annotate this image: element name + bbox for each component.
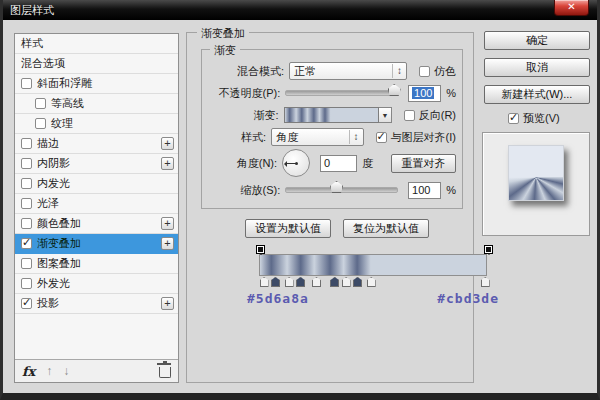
gradient-editor-annotation: #5d6a8a #cbd3de [259,254,487,306]
dropdown-arrows-icon: ↕ [392,64,402,78]
opacity-unit: % [446,87,456,99]
sidebar-item-10[interactable]: 渐变叠加+ [15,234,178,254]
duplicate-effect-plus-button[interactable]: + [161,157,174,170]
scale-slider[interactable] [285,187,398,193]
dither-checkbox[interactable] [419,66,430,77]
effect-checkbox[interactable] [21,238,32,249]
opacity-slider[interactable] [285,90,398,96]
scale-label: 缩放(S): [208,183,280,198]
angle-input[interactable]: 0 [320,155,357,172]
scale-value: 100 [412,184,430,196]
preview-checkbox[interactable] [508,113,519,124]
duplicate-effect-plus-button[interactable]: + [161,137,174,150]
style-row: 样式: 角度 ↕ 与图层对齐(I) [202,126,462,148]
opacity-slider-thumb[interactable] [388,84,401,96]
align-with-layer-checkbox[interactable] [376,132,387,143]
sidebar-item-2[interactable]: 斜面和浮雕 [15,74,178,94]
effect-checkbox[interactable] [35,98,46,109]
sidebar-item-label: 外发光 [37,276,70,291]
effect-checkbox[interactable] [21,78,32,89]
scale-input[interactable]: 100 [408,182,441,199]
sidebar-item-label: 光泽 [37,196,59,211]
sidebar-item-4[interactable]: 纹理 [15,114,178,134]
gradient-swatch[interactable] [284,107,380,123]
gradient-style-select[interactable]: 角度 ↕ [271,128,363,146]
action-column: 确定 取消 新建样式(W)... 预览(V) [482,31,592,383]
move-up-icon[interactable]: ↑ [46,364,52,378]
reverse-label: 反向(R) [419,108,456,123]
make-default-button[interactable]: 设置为默认值 [245,219,331,238]
gradient-bar[interactable] [259,254,487,276]
reset-alignment-button[interactable]: 重置对齐 [391,154,456,173]
effect-checkbox[interactable] [21,258,32,269]
dialog-title: 图层样式 [3,3,54,18]
color-stop[interactable] [296,277,305,287]
ok-button[interactable]: 确定 [484,31,590,50]
preview-panel [482,132,590,236]
delete-effect-icon[interactable] [159,367,171,378]
sidebar-item-label: 描边 [37,136,59,151]
angle-dial[interactable] [282,149,310,177]
effect-checkbox[interactable] [21,278,32,289]
opacity-label: 不透明度(P): [208,86,280,101]
gradient-row: 渐变: ▼ 反向(R) [202,104,462,126]
title-bar[interactable]: 图层样式 ✕ [3,0,597,20]
effect-checkbox[interactable] [35,118,46,129]
reverse-checkbox[interactable] [404,110,415,121]
move-down-icon[interactable]: ↓ [63,364,69,378]
duplicate-effect-plus-button[interactable]: + [161,297,174,310]
sidebar-item-8[interactable]: 光泽 [15,194,178,214]
effect-checkbox[interactable] [21,178,32,189]
cancel-button[interactable]: 取消 [484,58,590,77]
fx-menu-button[interactable]: fx [22,364,35,379]
scale-slider-thumb[interactable] [330,181,343,193]
color-stop[interactable] [271,277,280,287]
scale-unit: % [446,184,456,196]
color-stop[interactable] [330,277,339,287]
new-style-button[interactable]: 新建样式(W)... [484,85,590,104]
effect-checkbox[interactable] [21,298,32,309]
sidebar-item-label: 等高线 [51,96,84,111]
duplicate-effect-plus-button[interactable]: + [161,217,174,230]
color-stop[interactable] [260,277,269,287]
sidebar-item-1[interactable]: 混合选项 [15,54,178,74]
preview-row: 预览(V) [508,111,592,126]
close-icon[interactable]: ✕ [554,0,589,16]
sidebar-item-label: 图案叠加 [37,256,81,271]
effect-checkbox[interactable] [21,198,32,209]
gradient-overlay-panel: 渐变叠加 渐变 混合模式: 正常 ↕ 仿色 [186,32,474,383]
effect-checkbox[interactable] [21,138,32,149]
sidebar-item-0[interactable]: 样式 [15,34,178,54]
sidebar-item-label: 内发光 [37,176,70,191]
color-stop[interactable] [285,277,294,287]
color-stop[interactable] [342,277,351,287]
opacity-value: 100 [412,87,434,99]
color-stop[interactable] [367,277,376,287]
gradient-style-value: 角度 [276,130,348,145]
sidebar-item-13[interactable]: 投影+ [15,294,178,314]
sidebar-item-label: 颜色叠加 [37,216,81,231]
opacity-stop[interactable] [256,245,265,254]
reset-default-button[interactable]: 复位为默认值 [343,219,429,238]
color-stop[interactable] [353,277,362,287]
blend-mode-select[interactable]: 正常 ↕ [289,62,407,80]
color-stop[interactable] [312,277,321,287]
opacity-input[interactable]: 100 [408,85,441,102]
effect-checkbox[interactable] [21,158,32,169]
dropdown-arrows-icon: ↕ [349,130,359,144]
preview-label: 预览(V) [523,111,560,126]
sidebar-item-9[interactable]: 颜色叠加+ [15,214,178,234]
sidebar-item-7[interactable]: 内发光 [15,174,178,194]
style-list: 样式混合选项斜面和浮雕等高线纹理描边+内阴影+内发光光泽颜色叠加+渐变叠加+图案… [15,34,178,359]
angle-row: 角度(N): 0 度 重置对齐 [202,148,462,178]
scale-row: 缩放(S): 100 % [202,178,462,202]
sidebar-item-11[interactable]: 图案叠加 [15,254,178,274]
gradient-picker-arrow-icon[interactable]: ▼ [379,107,392,123]
sidebar-item-3[interactable]: 等高线 [15,94,178,114]
sidebar-item-5[interactable]: 描边+ [15,134,178,154]
duplicate-effect-plus-button[interactable]: + [161,237,174,250]
sidebar-item-12[interactable]: 外发光 [15,274,178,294]
sidebar-item-6[interactable]: 内阴影+ [15,154,178,174]
blend-mode-value: 正常 [294,64,392,79]
effect-checkbox[interactable] [21,218,32,229]
